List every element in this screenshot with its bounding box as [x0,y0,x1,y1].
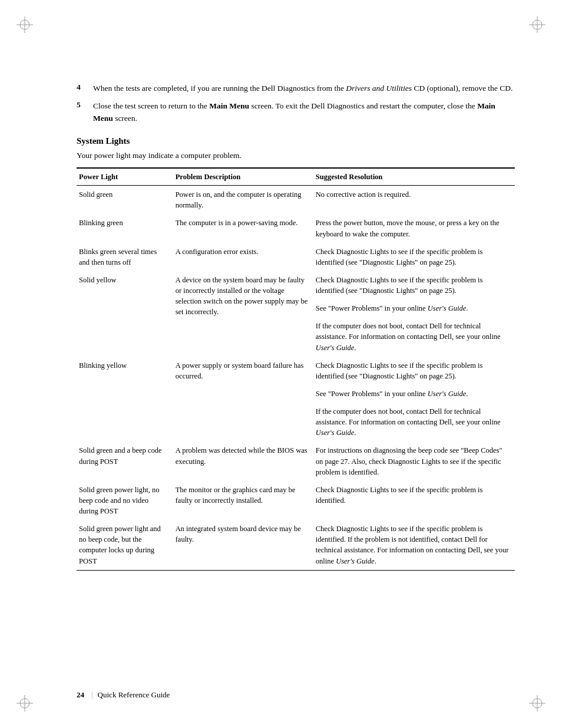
col-header-power-light: Power Light [77,168,173,186]
table-row: Solid green power light and no beep code… [77,520,515,570]
power-lights-table: Power Light Problem Description Suggeste… [77,167,515,571]
footer-separator: | [91,690,93,700]
light-green-beep-post: Solid green and a beep code during POST [77,442,173,480]
light-blinks-several: Blinks green several times and then turn… [77,243,173,271]
col-header-problem: Problem Description [173,168,313,186]
light-blinking-green: Blinking green [77,214,173,242]
content-area: 4 When the tests are completed, if you a… [77,83,515,669]
footer: 24 | Quick Reference Guide [77,690,515,700]
desc-solid-yellow: A device on the system board may be faul… [173,271,313,357]
res-solid-yellow-3: If the computer does not boot, contact D… [313,317,515,356]
corner-mark-top-left [16,17,33,33]
light-solid-yellow: Solid yellow [77,271,173,357]
res-solid-yellow-1: Check Diagnostic Lights to see if the sp… [313,271,515,299]
step-4: 4 When the tests are completed, if you a… [77,83,515,94]
res-blinking-green: Press the power button, move the mouse, … [313,214,515,242]
res-blinks-several: Check Diagnostic Lights to see if the sp… [313,243,515,271]
table-row: Blinking green The computer is in a powe… [77,214,515,242]
page: 4 When the tests are completed, if you a… [0,0,562,728]
desc-green-no-beep-no-video: The monitor or the graphics card may be … [173,481,313,520]
footer-title: Quick Reference Guide [98,690,170,700]
desc-blinking-green: The computer is in a power-saving mode. [173,214,313,242]
res-solid-yellow-2: See "Power Problems" in your online User… [313,299,515,317]
res-solid-green: No corrective action is required. [313,186,515,215]
res-green-beep-post: For instructions on diagnosing the beep … [313,442,515,480]
table-row: Solid yellow A device on the system boar… [77,271,515,299]
table-row: Solid green and a beep code during POST … [77,442,515,480]
light-green-no-beep-no-video: Solid green power light, no beep code an… [77,481,173,520]
res-blinking-yellow-3: If the computer does not boot, contact D… [313,403,515,442]
step-5-num: 5 [77,100,90,110]
desc-green-beep-post: A problem was detected while the BIOS wa… [173,442,313,480]
desc-green-locks-up: An integrated system board device may be… [173,520,313,570]
section-heading: System Lights [77,136,515,146]
table-row: Solid green power light, no beep code an… [77,481,515,520]
corner-mark-bottom-left [16,695,33,711]
desc-solid-green: Power is on, and the computer is operati… [173,186,313,215]
page-number: 24 [77,690,84,700]
step-4-text: When the tests are completed, if you are… [93,83,513,94]
light-solid-green: Solid green [77,186,173,215]
table-row: Solid green Power is on, and the compute… [77,186,515,215]
desc-blinks-several: A configuration error exists. [173,243,313,271]
table-row: Blinking yellow A power supply or system… [77,357,515,385]
res-blinking-yellow-2: See "Power Problems" in your online User… [313,385,515,403]
corner-mark-bottom-right [529,695,546,711]
desc-blinking-yellow: A power supply or system board failure h… [173,357,313,442]
step-list: 4 When the tests are completed, if you a… [77,83,515,124]
res-green-locks-up: Check Diagnostic Lights to see if the sp… [313,520,515,570]
step-4-num: 4 [77,83,90,92]
step-5-text: Close the test screen to return to the M… [93,100,515,124]
light-green-locks-up: Solid green power light and no beep code… [77,520,173,570]
res-green-no-beep-no-video: Check Diagnostic Lights to see if the sp… [313,481,515,520]
corner-mark-top-right [529,17,546,33]
col-header-resolution: Suggested Resolution [313,168,515,186]
res-blinking-yellow-1: Check Diagnostic Lights to see if the sp… [313,357,515,385]
step-5: 5 Close the test screen to return to the… [77,100,515,124]
table-row: Blinks green several times and then turn… [77,243,515,271]
section-intro: Your power light may indicate a computer… [77,150,515,162]
light-blinking-yellow: Blinking yellow [77,357,173,442]
